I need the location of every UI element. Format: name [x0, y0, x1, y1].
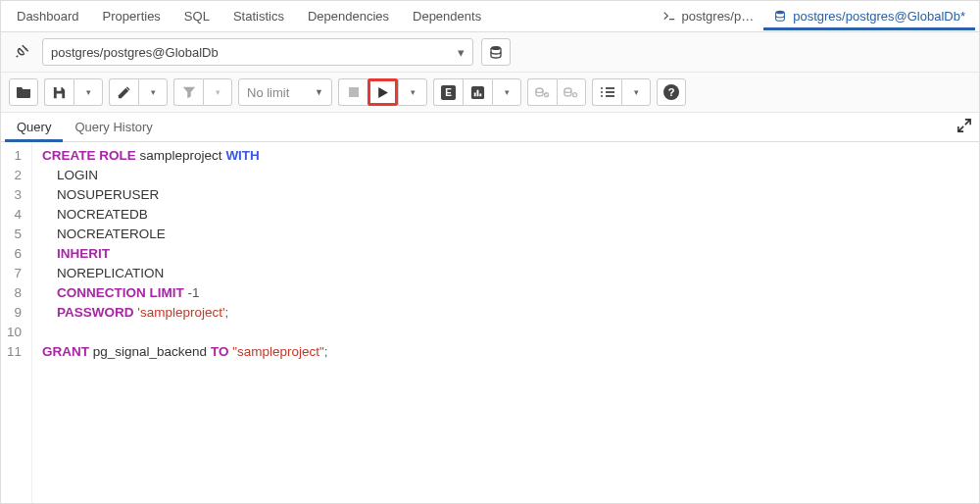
svg-point-12 — [601, 91, 603, 93]
pencil-icon — [117, 85, 131, 100]
edit-button[interactable] — [109, 78, 138, 106]
file-tab-active-label: postgres/postgres@GlobalDb* — [793, 9, 965, 24]
save-group: ▾ — [44, 78, 103, 106]
commit-icon — [535, 85, 551, 99]
line-num: 7 — [7, 264, 22, 283]
rollback-icon — [564, 85, 579, 99]
execute-button[interactable] — [368, 78, 398, 106]
tab-properties[interactable]: Properties — [91, 2, 172, 30]
query-toolbar: ▾ ▾ ▾ No limit ▼ ▾ E ▾ — [1, 73, 979, 113]
line-num: 9 — [7, 303, 22, 323]
chevron-down-icon: ▾ — [634, 87, 639, 97]
filter-icon — [182, 85, 196, 99]
limit-label: No limit — [247, 85, 289, 100]
chevron-down-icon: ▾ — [151, 87, 156, 97]
analyze-button[interactable] — [463, 78, 492, 106]
connection-row: postgres/postgres@GlobalDb ▾ — [1, 32, 979, 73]
line-num: 5 — [7, 225, 22, 244]
tab-sql[interactable]: SQL — [172, 2, 221, 30]
svg-point-1 — [491, 46, 501, 50]
subtab-history[interactable]: Query History — [63, 113, 164, 141]
expand-icon — [957, 119, 971, 132]
svg-point-7 — [535, 88, 542, 92]
chevron-down-icon: ▾ — [458, 45, 465, 60]
filter-dropdown[interactable]: ▾ — [203, 78, 232, 106]
query-subtabs: Query Query History — [1, 113, 979, 142]
stop-icon — [348, 86, 360, 98]
limit-select[interactable]: No limit ▼ — [238, 78, 332, 106]
macros-dropdown[interactable]: ▾ — [621, 78, 651, 106]
tab-dependents[interactable]: Dependents — [401, 2, 493, 30]
play-icon — [376, 86, 389, 99]
list-icon — [600, 86, 615, 98]
sql-editor[interactable]: 1 2 3 4 5 6 7 8 9 10 11 CREATE ROLE samp… — [1, 142, 979, 504]
svg-rect-6 — [479, 93, 481, 96]
line-num: 3 — [7, 185, 22, 205]
database-icon — [488, 44, 504, 60]
rollback-button[interactable] — [557, 78, 586, 106]
line-gutter: 1 2 3 4 5 6 7 8 9 10 11 — [1, 142, 32, 504]
chevron-down-icon: ▾ — [86, 87, 91, 97]
file-tab-active[interactable]: postgres/postgres@GlobalDb* — [763, 3, 975, 30]
line-num: 6 — [7, 244, 22, 264]
edit-group: ▾ — [109, 78, 168, 106]
connection-select[interactable]: postgres/postgres@GlobalDb ▾ — [42, 38, 473, 66]
tab-dependencies[interactable]: Dependencies — [296, 2, 401, 30]
svg-rect-2 — [349, 87, 359, 97]
explain-group: E ▾ — [433, 78, 521, 106]
line-num: 10 — [7, 323, 22, 342]
chevron-down-icon: ▾ — [216, 87, 220, 97]
chevron-down-icon: ▼ — [315, 87, 323, 97]
folder-icon — [16, 85, 31, 99]
commit-group — [527, 78, 586, 106]
stop-button[interactable] — [338, 78, 368, 106]
subtab-query[interactable]: Query — [5, 113, 63, 142]
macro-group: ▾ — [592, 78, 651, 106]
connection-value: postgres/postgres@GlobalDb — [51, 45, 219, 60]
tab-statistics[interactable]: Statistics — [221, 2, 296, 30]
connection-plug-icon — [9, 39, 34, 65]
save-icon — [52, 85, 67, 100]
code-area[interactable]: CREATE ROLE sampleproject WITH LOGIN NOS… — [32, 142, 338, 504]
macros-button[interactable] — [592, 78, 621, 106]
new-connection-button[interactable] — [481, 38, 511, 66]
tab-dashboard[interactable]: Dashboard — [5, 2, 91, 30]
file-tab-inactive[interactable]: postgres/p… — [653, 3, 764, 29]
help-button[interactable]: ? — [657, 78, 686, 106]
explain-icon: E — [441, 85, 456, 100]
svg-rect-5 — [477, 89, 479, 96]
explain-button[interactable]: E — [433, 78, 463, 106]
svg-point-13 — [601, 95, 603, 97]
line-num: 8 — [7, 283, 22, 303]
save-button[interactable] — [44, 78, 74, 106]
svg-point-11 — [601, 87, 603, 89]
save-dropdown[interactable]: ▾ — [74, 78, 103, 106]
file-tab-inactive-label: postgres/p… — [682, 9, 755, 24]
filter-button[interactable] — [173, 78, 203, 106]
line-num: 1 — [7, 146, 22, 166]
database-stack-icon — [773, 9, 787, 23]
run-group: ▾ — [338, 78, 427, 106]
commit-button[interactable] — [527, 78, 557, 106]
expand-editor-button[interactable] — [957, 119, 971, 132]
edit-dropdown[interactable]: ▾ — [138, 78, 168, 106]
bar-chart-icon — [470, 85, 485, 100]
line-num: 11 — [7, 342, 22, 362]
top-nav-tabs: Dashboard Properties SQL Statistics Depe… — [1, 1, 979, 32]
line-num: 4 — [7, 205, 22, 225]
open-file-button[interactable] — [9, 78, 38, 106]
filter-group: ▾ — [173, 78, 232, 106]
chevron-down-icon: ▾ — [411, 87, 416, 97]
help-icon: ? — [663, 84, 679, 100]
svg-point-0 — [776, 11, 785, 15]
svg-point-9 — [564, 88, 571, 92]
execute-dropdown[interactable]: ▾ — [398, 78, 427, 106]
terminal-icon — [662, 10, 676, 24]
analyze-dropdown[interactable]: ▾ — [492, 78, 521, 106]
line-num: 2 — [7, 166, 22, 185]
svg-rect-4 — [474, 92, 476, 96]
chevron-down-icon: ▾ — [505, 87, 510, 97]
